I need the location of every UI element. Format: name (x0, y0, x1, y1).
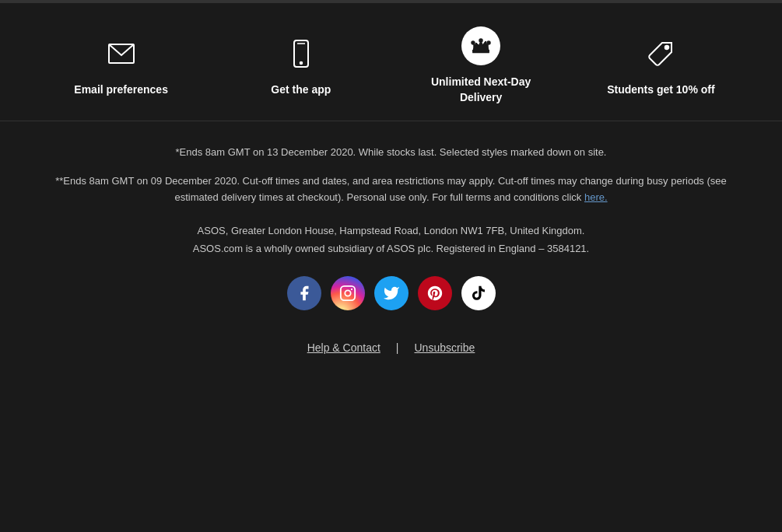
help-contact-link[interactable]: Help & Contact (307, 341, 380, 354)
footer-separator: | (396, 341, 399, 354)
tiktok-button[interactable] (461, 276, 496, 310)
feature-email[interactable]: Email preferences (31, 34, 211, 98)
unsubscribe-link[interactable]: Unsubscribe (414, 341, 475, 354)
tag-icon (641, 34, 680, 73)
pinterest-button[interactable] (418, 276, 452, 310)
tiktok-icon (470, 285, 487, 302)
svg-point-13 (350, 289, 352, 290)
facebook-icon (296, 285, 313, 302)
svg-point-10 (665, 45, 669, 49)
social-row (47, 276, 735, 310)
disclaimer-1: *Ends 8am GMT on 13 December 2020. While… (47, 145, 735, 161)
facebook-button[interactable] (287, 276, 321, 310)
pinterest-icon (426, 285, 444, 302)
address-line-1: ASOS, Greater London House, Hampstead Ro… (47, 222, 735, 240)
email-icon (102, 34, 141, 73)
phone-icon (282, 34, 321, 73)
here-link[interactable]: here. (584, 191, 608, 203)
disclaimer-2-text: **Ends 8am GMT on 09 December 2020. Cut-… (55, 175, 727, 203)
content-section: *Ends 8am GMT on 13 December 2020. While… (0, 121, 782, 393)
svg-rect-11 (340, 286, 354, 300)
feature-students[interactable]: Students get 10% off (571, 34, 751, 98)
address-section: ASOS, Greater London House, Hampstead Ro… (47, 222, 735, 258)
email-label: Email preferences (74, 82, 168, 98)
features-row: Email preferences Get the app (0, 3, 782, 121)
disclaimer-2: **Ends 8am GMT on 09 December 2020. Cut-… (47, 173, 735, 206)
svg-point-12 (345, 291, 350, 296)
instagram-icon (339, 285, 356, 302)
address-line-2: ASOS.com is a wholly owned subsidiary of… (47, 240, 735, 257)
footer-links: Help & Contact | Unsubscribe (47, 334, 735, 369)
students-label: Students get 10% off (607, 82, 714, 98)
instagram-button[interactable] (331, 276, 365, 310)
feature-app[interactable]: Get the app (211, 34, 391, 98)
crown-icon (461, 26, 500, 65)
svg-point-2 (300, 61, 302, 64)
delivery-label: Unlimited Next-Day Delivery (426, 75, 535, 105)
feature-delivery[interactable]: Unlimited Next-Day Delivery (391, 26, 571, 105)
twitter-icon (383, 285, 400, 302)
app-label: Get the app (271, 82, 331, 98)
twitter-button[interactable] (374, 276, 409, 310)
